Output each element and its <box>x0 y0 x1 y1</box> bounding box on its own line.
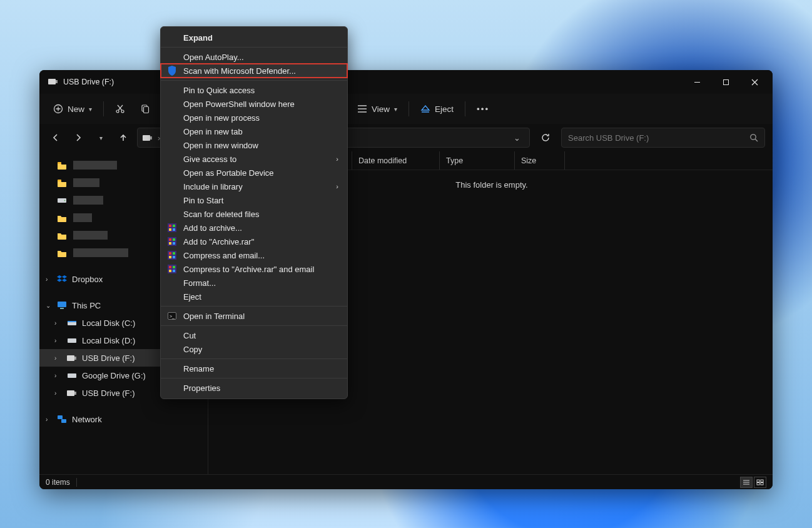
refresh-button[interactable] <box>535 128 556 148</box>
ctx-add-to-archive-rar[interactable]: Add to "Archive.rar" <box>161 235 347 248</box>
copy-icon <box>140 104 150 114</box>
search-icon <box>749 133 758 142</box>
usb-drive-icon <box>67 355 77 362</box>
ctx-open-new-tab[interactable]: Open in new tab <box>161 124 347 138</box>
chevron-right-icon: › <box>54 337 56 344</box>
folder-icon <box>57 161 67 170</box>
status-item-count: 0 items <box>46 478 70 487</box>
ellipsis-icon: ••• <box>477 104 489 114</box>
navigation-row: ▾ › Th ⌄ <box>39 124 773 151</box>
ctx-open-new-window[interactable]: Open in new window <box>161 138 347 152</box>
column-header-date[interactable]: Date modified <box>352 151 440 170</box>
drive-icon <box>67 372 77 379</box>
ctx-cut[interactable]: Cut <box>161 328 347 342</box>
scissors-icon <box>115 104 125 114</box>
sidebar-item-label: Local Disk (D:) <box>82 336 135 345</box>
ctx-compress-rar-and-email[interactable]: Compress to "Archive.rar" and email <box>161 262 347 276</box>
ctx-open-powershell[interactable]: Open PowerShell window here <box>161 97 347 111</box>
ctx-separator <box>161 306 347 307</box>
minimize-button[interactable] <box>683 72 711 92</box>
search-input[interactable] <box>568 133 749 143</box>
up-button[interactable] <box>114 129 132 146</box>
thumbnails-view-button[interactable] <box>754 477 766 488</box>
sidebar-item-label: Network <box>72 415 102 424</box>
status-divider <box>76 478 77 487</box>
sidebar-item-label: This PC <box>72 301 101 310</box>
dropbox-icon <box>57 275 67 283</box>
svg-marker-18 <box>422 106 429 110</box>
ctx-copy[interactable]: Copy <box>161 342 347 356</box>
file-explorer-window: USB Drive (F:) New ▾ View ▾ <box>39 70 773 489</box>
shield-icon <box>167 66 177 76</box>
chevron-right-icon: › <box>54 372 56 379</box>
ctx-pin-to-start[interactable]: Pin to Start <box>161 193 347 207</box>
toolbar: New ▾ View ▾ Eject ••• <box>39 94 773 124</box>
ctx-open-in-terminal[interactable]: >_ Open in Terminal <box>161 309 347 323</box>
ctx-separator <box>161 325 347 326</box>
close-button[interactable] <box>740 72 769 92</box>
sidebar-item-label: Local Disk (C:) <box>82 318 135 328</box>
ctx-give-access-to[interactable]: Give access to› <box>161 152 347 166</box>
ctx-separator <box>161 358 347 359</box>
svg-rect-51 <box>173 228 175 231</box>
ctx-pin-quick-access[interactable]: Pin to Quick access <box>161 83 347 97</box>
eject-button[interactable]: Eject <box>413 101 461 118</box>
details-view-button[interactable] <box>740 477 753 488</box>
svg-rect-24 <box>58 162 61 164</box>
forward-button[interactable] <box>69 129 87 146</box>
folder-icon <box>57 231 67 240</box>
drive-icon <box>67 319 77 327</box>
monitor-icon <box>57 301 67 310</box>
column-header-type[interactable]: Type <box>440 151 515 170</box>
sidebar-item-network[interactable]: › Network <box>39 410 208 428</box>
ctx-separator <box>161 47 347 48</box>
ctx-separator <box>161 378 347 378</box>
svg-text:>_: >_ <box>170 314 175 319</box>
ctx-properties[interactable]: Properties <box>161 381 347 395</box>
drive-icon <box>67 337 77 344</box>
status-bar: 0 items <box>39 474 773 489</box>
ctx-scan-deleted-files[interactable]: Scan for deleted files <box>161 207 347 221</box>
ctx-eject[interactable]: Eject <box>161 290 347 303</box>
ctx-open-new-process[interactable]: Open in new process <box>161 111 347 124</box>
svg-rect-64 <box>173 266 175 268</box>
ctx-scan-defender[interactable]: Scan with Microsoft Defender... <box>161 64 347 78</box>
ctx-include-in-library[interactable]: Include in library› <box>161 180 347 193</box>
redacted-label <box>73 196 103 205</box>
drive-icon <box>57 196 67 204</box>
more-button[interactable]: ••• <box>469 101 497 118</box>
ctx-format[interactable]: Format... <box>161 276 347 290</box>
copy-button[interactable] <box>133 100 158 118</box>
svg-line-23 <box>755 139 758 141</box>
search-box[interactable] <box>561 128 765 148</box>
column-header-size[interactable]: Size <box>515 151 565 170</box>
submenu-arrow-icon: › <box>336 183 338 190</box>
back-button[interactable] <box>47 129 64 146</box>
new-button[interactable]: New ▾ <box>46 100 99 118</box>
plus-circle-icon <box>53 104 63 114</box>
svg-rect-28 <box>58 302 66 307</box>
svg-rect-33 <box>67 355 74 361</box>
view-button[interactable]: View ▾ <box>350 101 405 118</box>
ctx-compress-and-email[interactable]: Compress and email... <box>161 248 347 262</box>
sidebar-item-label: Dropbox <box>72 275 103 284</box>
chevron-down-icon: ⌄ <box>46 302 51 309</box>
cut-button[interactable] <box>108 100 133 118</box>
ctx-open-portable-device[interactable]: Open as Portable Device <box>161 166 347 180</box>
redacted-label <box>73 178 99 187</box>
ctx-rename[interactable]: Rename <box>161 362 347 375</box>
ctx-add-to-archive[interactable]: Add to archive... <box>161 221 347 235</box>
svg-rect-36 <box>67 390 74 396</box>
recent-locations-button[interactable]: ▾ <box>92 129 109 146</box>
svg-rect-20 <box>143 135 150 141</box>
svg-rect-44 <box>761 480 763 482</box>
address-dropdown[interactable]: ⌄ <box>510 133 524 143</box>
svg-rect-29 <box>60 308 64 309</box>
ctx-open-autoplay[interactable]: Open AutoPlay... <box>161 50 347 64</box>
network-icon <box>57 415 67 424</box>
sidebar-item-label: USB Drive (F:) <box>82 353 135 363</box>
ctx-expand[interactable]: Expand <box>161 31 347 44</box>
chevron-right-icon: › <box>54 355 56 362</box>
maximize-button[interactable] <box>711 72 740 92</box>
winrar-icon <box>167 223 177 233</box>
